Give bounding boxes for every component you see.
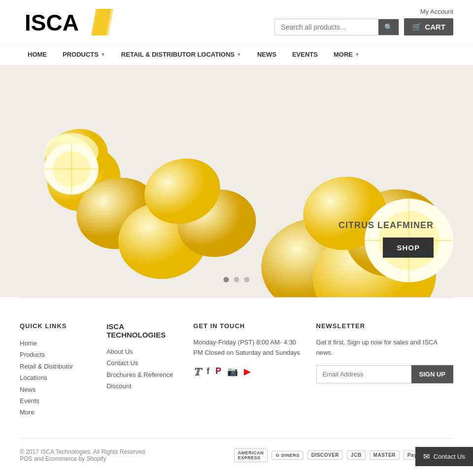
- footer-bottom: © 2017 ISCA Technologies. All Rights Res…: [20, 438, 453, 462]
- shopify-link[interactable]: Ecommerce by Shopify: [45, 455, 106, 462]
- footer: QUICK LINKS Home Products Retail & Distr…: [0, 298, 473, 476]
- instagram-icon[interactable]: 📷: [227, 366, 238, 378]
- nav-retail[interactable]: RETAIL & DISTRIBUTOR LOCATIONS ▼: [113, 44, 249, 65]
- diners-icon: ⊙ DINERS: [271, 451, 304, 460]
- hero-lemons-svg: [0, 66, 473, 297]
- newsletter-signup-button[interactable]: SIGN UP: [411, 365, 453, 383]
- hero-label: CITRUS LEAFMINER: [338, 220, 434, 231]
- footer-link-more[interactable]: More: [20, 407, 92, 418]
- business-hours: Monday-Friday (PST) 8:00 AM- 4:30 PM Clo…: [193, 338, 301, 358]
- footer-link-retail[interactable]: Retail & Distributor Locations: [20, 361, 92, 384]
- footer-quick-links: QUICK LINKS Home Products Retail & Distr…: [20, 322, 92, 418]
- discover-icon: DISCOVER: [307, 450, 343, 460]
- company-title: ISCA TECHNOLOGIES: [106, 322, 178, 339]
- nav-products[interactable]: PRODUCTS ▼: [55, 44, 113, 65]
- search-bar: 🔍: [274, 19, 399, 35]
- nav-more-arrow: ▼: [355, 52, 360, 57]
- footer-newsletter: NEWSLETTER Get it first. Sign up now for…: [316, 322, 453, 418]
- contact-float-icon: ✉: [423, 452, 430, 461]
- quick-links-title: QUICK LINKS: [20, 322, 92, 330]
- footer-link-events[interactable]: Events: [20, 395, 92, 407]
- footer-link-contact[interactable]: Contact Us: [106, 357, 178, 369]
- youtube-icon[interactable]: ▶: [244, 366, 251, 378]
- footer-grid: QUICK LINKS Home Products Retail & Distr…: [20, 322, 453, 418]
- social-icons: 𝕋 f P 📷 ▶: [193, 366, 301, 378]
- search-cart-area: 🔍 🛒 CART: [274, 18, 453, 35]
- newsletter-form: SIGN UP: [316, 365, 453, 383]
- newsletter-text: Get it first. Sign up now for sales and …: [316, 338, 453, 358]
- footer-link-discount[interactable]: Discount: [106, 380, 178, 392]
- svg-text:ISCA: ISCA: [25, 10, 79, 35]
- nav-products-arrow: ▼: [101, 52, 105, 57]
- nav-news[interactable]: NEWS: [249, 44, 284, 65]
- cart-icon: 🛒: [412, 22, 422, 32]
- hero-overlay: CITRUS LEAFMINER SHOP: [338, 220, 434, 258]
- footer-company: ISCA TECHNOLOGIES About Us Contact Us Br…: [106, 322, 178, 418]
- mastercard-icon: MASTER: [370, 450, 400, 460]
- newsletter-email-input[interactable]: [316, 365, 411, 383]
- get-in-touch-title: GET IN TOUCH: [193, 322, 301, 330]
- header-right: My Account 🔍 🛒 CART: [274, 8, 453, 35]
- nav-retail-arrow: ▼: [236, 52, 241, 57]
- logo[interactable]: ISCA: [20, 5, 113, 38]
- cart-label: CART: [425, 23, 445, 31]
- newsletter-title: NEWSLETTER: [316, 322, 453, 330]
- hero-shop-button[interactable]: SHOP: [383, 238, 434, 258]
- footer-contact: GET IN TOUCH Monday-Friday (PST) 8:00 AM…: [193, 322, 301, 418]
- carousel-dot-1[interactable]: [224, 277, 229, 282]
- nav-more[interactable]: MORE ▼: [326, 44, 368, 65]
- powered-by: POS and Ecommerce by Shopify: [20, 455, 106, 462]
- my-account-link[interactable]: My Account: [420, 8, 453, 15]
- carousel-dot-2[interactable]: [234, 277, 239, 282]
- twitter-icon[interactable]: 𝕋: [193, 366, 201, 378]
- copyright: © 2017 ISCA Technologies. All Rights Res…: [20, 448, 146, 455]
- carousel-dot-3[interactable]: [244, 277, 250, 282]
- footer-link-products[interactable]: Products: [20, 349, 92, 360]
- footer-link-news[interactable]: News: [20, 384, 92, 395]
- facebook-icon[interactable]: f: [206, 366, 209, 378]
- hero-carousel-dots: [224, 277, 250, 282]
- footer-link-about[interactable]: About Us: [106, 346, 178, 357]
- jcb-icon: JCB: [347, 450, 366, 460]
- cart-button[interactable]: 🛒 CART: [404, 18, 453, 35]
- footer-link-brochures[interactable]: Brochures & Reference: [106, 369, 178, 380]
- amex-icon: AMERICANEXPRESS: [234, 448, 268, 462]
- footer-link-home[interactable]: Home: [20, 338, 92, 349]
- contact-float-button[interactable]: ✉ Contact Us: [415, 447, 473, 466]
- contact-float-label: Contact Us: [434, 453, 465, 460]
- search-button[interactable]: 🔍: [378, 19, 399, 35]
- navigation: HOME PRODUCTS ▼ RETAIL & DISTRIBUTOR LOC…: [0, 43, 473, 66]
- hero-banner: CITRUS LEAFMINER SHOP: [0, 66, 473, 297]
- copyright-text: © 2017 ISCA Technologies. All Rights Res…: [20, 448, 146, 462]
- header: ISCA My Account 🔍 🛒 CART: [0, 0, 473, 43]
- search-input[interactable]: [275, 19, 378, 35]
- nav-events[interactable]: EVENTS: [284, 44, 326, 65]
- pinterest-icon[interactable]: P: [215, 366, 221, 378]
- nav-home[interactable]: HOME: [20, 44, 55, 65]
